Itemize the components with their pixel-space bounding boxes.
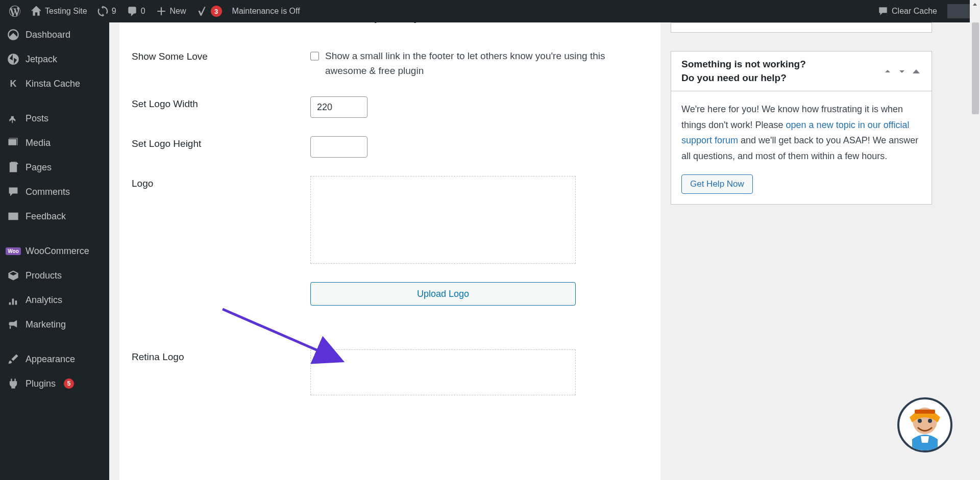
form-row-logo-width: Set Logo Width <box>132 96 648 118</box>
sidebar-label: Plugins <box>26 378 56 389</box>
site-name-text: Testing Site <box>45 7 87 16</box>
update-icon <box>97 6 109 17</box>
logo-width-input[interactable] <box>310 96 368 118</box>
wordpress-icon <box>9 6 20 17</box>
sidebar-item-pages[interactable]: Pages <box>0 155 109 180</box>
svg-point-0 <box>8 54 19 65</box>
sidebar-item-woocommerce[interactable]: Woo WooCommerce <box>0 239 109 263</box>
sidebar-label: Jetpack <box>26 54 57 65</box>
pin-icon <box>7 112 19 124</box>
logo-label: Logo <box>132 176 310 189</box>
retina-logo-label: Retina Logo <box>132 349 310 363</box>
help-header: Something is not working? Do you need ou… <box>671 52 932 91</box>
sidebar-item-dashboard[interactable]: Dashboard <box>0 22 109 47</box>
get-help-button[interactable]: Get Help Now <box>681 174 753 194</box>
sidebar-label: Posts <box>26 113 48 124</box>
form-row-logo: Logo Upload Logo <box>132 176 648 306</box>
dashboard-icon <box>7 29 19 41</box>
kinsta-icon: K <box>10 79 17 89</box>
feedback-icon <box>7 210 19 222</box>
retina-logo-dropzone[interactable] <box>310 349 576 395</box>
sidebar-label: Comments <box>26 187 70 197</box>
sidebar-label: Feedback <box>26 211 66 222</box>
plugins-badge: 5 <box>64 378 74 389</box>
wordpress-logo[interactable] <box>4 0 26 22</box>
sidebar-label: Marketing <box>26 319 66 330</box>
sidebar-label: WooCommerce <box>26 246 89 257</box>
media-icon <box>7 137 19 149</box>
scrollbar-up-arrow[interactable] <box>971 1 978 8</box>
help-title-1: Something is not working? <box>681 58 806 71</box>
logo-height-label: Set Logo Height <box>132 136 310 149</box>
settings-panel: users just like you. Show Some Love Show… <box>119 22 660 480</box>
sidebar-item-jetpack[interactable]: Jetpack <box>0 47 109 71</box>
logo-dropzone[interactable] <box>310 176 576 264</box>
pages-icon <box>7 161 19 173</box>
form-row-show-love: Show Some Love Show a small link in the … <box>132 49 648 78</box>
sidebar-item-media[interactable]: Media <box>0 131 109 155</box>
clear-cache-label: Clear Cache <box>892 7 937 16</box>
chat-avatar[interactable] <box>897 397 952 452</box>
logo-width-label: Set Logo Width <box>132 96 310 110</box>
form-row-logo-height: Set Logo Height <box>132 136 648 158</box>
sidebar-item-analytics[interactable]: Analytics <box>0 288 109 312</box>
show-love-label: Show Some Love <box>132 49 310 62</box>
sidebar-item-products[interactable]: Products <box>0 263 109 288</box>
chevron-up-icon[interactable] <box>883 66 893 77</box>
sidebar-item-feedback[interactable]: Feedback <box>0 204 109 229</box>
sidebar-label: Media <box>26 138 51 148</box>
clear-cache-link[interactable]: Clear Cache <box>872 6 942 17</box>
plugin-icon <box>7 377 19 390</box>
avatar-icon <box>899 399 950 450</box>
sidebar-item-comments[interactable]: Comments <box>0 180 109 204</box>
fragment-text: users just like you. <box>132 12 648 23</box>
form-row-retina-logo: Retina Logo <box>132 349 648 395</box>
page-scrollbar[interactable] <box>970 0 980 480</box>
show-love-description: Show a small link in the footer to let o… <box>325 49 648 78</box>
sidebar-item-posts[interactable]: Posts <box>0 106 109 131</box>
svg-rect-4 <box>915 410 935 414</box>
woo-icon: Woo <box>6 247 20 255</box>
main-content: users just like you. Show Some Love Show… <box>109 22 980 480</box>
help-title-2: Do you need our help? <box>681 71 806 85</box>
sidebar-item-kinsta[interactable]: K Kinsta Cache <box>0 71 109 96</box>
help-box-collapsed[interactable] <box>671 22 932 33</box>
logo-height-input[interactable] <box>310 136 368 158</box>
caret-up-icon[interactable] <box>911 66 921 77</box>
show-love-checkbox[interactable] <box>310 51 319 61</box>
jetpack-icon <box>7 53 19 65</box>
brush-icon <box>7 353 19 365</box>
site-name-link[interactable]: Testing Site <box>26 0 92 22</box>
products-icon <box>7 269 19 282</box>
help-box: Something is not working? Do you need ou… <box>671 51 932 205</box>
updates-count: 9 <box>112 7 116 16</box>
analytics-icon <box>7 294 19 306</box>
sidebar-label: Appearance <box>26 354 75 365</box>
comments-icon <box>7 186 19 198</box>
sidebar-label: Kinsta Cache <box>26 79 80 89</box>
sidebar-label: Analytics <box>26 295 62 306</box>
sidebar-label: Dashboard <box>26 30 70 40</box>
upload-logo-button[interactable]: Upload Logo <box>310 282 576 306</box>
sidebar-item-appearance[interactable]: Appearance <box>0 347 109 371</box>
sidebar-item-marketing[interactable]: Marketing <box>0 312 109 337</box>
svg-point-6 <box>928 419 932 423</box>
sidebar-item-plugins[interactable]: Plugins 5 <box>0 371 109 396</box>
home-icon <box>31 6 42 17</box>
help-panel: Something is not working? Do you need ou… <box>671 22 932 480</box>
sidebar-label: Pages <box>26 162 52 173</box>
megaphone-icon <box>7 318 19 331</box>
chevron-down-icon[interactable] <box>897 66 907 77</box>
svg-point-5 <box>918 419 922 423</box>
updates-link[interactable]: 9 <box>92 0 121 22</box>
admin-sidebar: Dashboard Jetpack K Kinsta Cache Posts M… <box>0 22 109 480</box>
scrollbar-thumb[interactable] <box>972 22 979 114</box>
help-body: We're here for you! We know how frustrat… <box>671 91 932 204</box>
sidebar-label: Products <box>26 270 62 281</box>
chat-icon <box>877 6 889 17</box>
